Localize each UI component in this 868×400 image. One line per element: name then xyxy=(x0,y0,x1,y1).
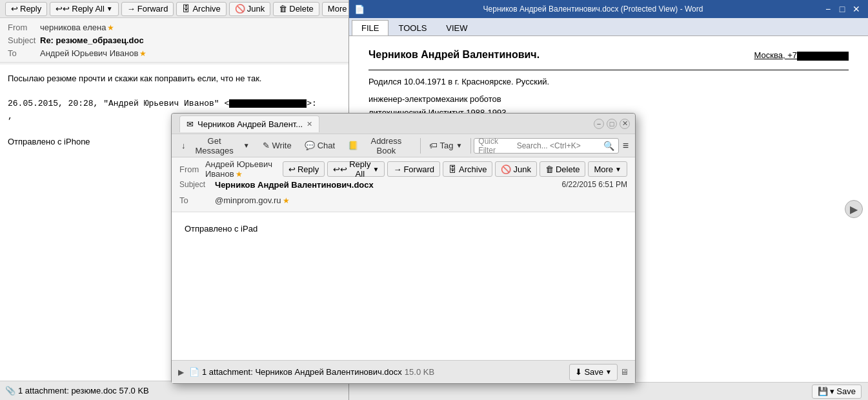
tb-more-dropdown-icon: ▼ xyxy=(615,166,621,173)
from-star: ★ xyxy=(107,23,114,32)
reply-all-icon: ↩↩ xyxy=(56,4,70,14)
word-title: Черников Андрей Валентинович.docx (Prote… xyxy=(367,5,819,14)
search-input[interactable] xyxy=(517,141,601,150)
tb-minimize-button[interactable]: − xyxy=(594,119,604,129)
word-city-phone: Москва, +7 xyxy=(754,50,849,61)
attachment-info: 1 attachment: резюме.doc 57.0 KB xyxy=(18,386,149,395)
tb-archive-icon: 🗄 xyxy=(449,165,457,174)
to-value: Андрей Юрьевич Иванов★ xyxy=(40,48,146,58)
tb-attach-expand-icon[interactable]: ▶ xyxy=(178,368,184,377)
tb-more-button[interactable]: More ▼ xyxy=(588,161,627,177)
archive-icon: 🗄 xyxy=(182,4,190,14)
word-minimize-button[interactable]: − xyxy=(822,3,834,15)
get-messages-button[interactable]: ↓ Get Messages ▼ xyxy=(176,137,256,155)
tb-reply-all-icon: ↩↩ xyxy=(333,165,347,174)
word-restore-button[interactable]: □ xyxy=(836,3,849,15)
tb-menu-button[interactable]: ≡ xyxy=(620,139,631,153)
tb-email-date: 6/22/2015 6:51 PM xyxy=(562,180,627,189)
tb-to-value: @minprom.gov.ru★ xyxy=(215,195,290,205)
tag-dropdown-icon: ▼ xyxy=(456,142,462,149)
word-born: Родился 10.04.1971 в г. Красноярске. Рус… xyxy=(368,77,849,86)
body-quote: 26.05.2015, 20:28, "Андрей Юрьевич Ивано… xyxy=(8,97,341,110)
to-label: To xyxy=(8,48,40,58)
tb-forward-icon: → xyxy=(393,165,401,174)
tb-reply-button[interactable]: ↩ Reply xyxy=(283,161,325,177)
tb-search-box[interactable]: Quick Filter 🔍 xyxy=(474,138,618,154)
search-icon: 🔍 xyxy=(603,141,614,151)
subject-label: Subject xyxy=(8,35,40,45)
tb-body-text: Отправлено с iPad xyxy=(185,223,622,235)
word-tab-view[interactable]: VIEW xyxy=(436,20,477,35)
to-star: ★ xyxy=(139,49,146,58)
tb-titlebar: ✉ Черников Андрей Валент... ✕ − □ ✕ xyxy=(172,114,635,134)
delete-icon: 🗑 xyxy=(279,4,287,14)
address-book-button[interactable]: 📒 Address Book xyxy=(342,137,417,155)
tb-action-buttons: ↩ Reply ↩↩ Reply All ▼ → Forward 🗄 Ar xyxy=(283,161,627,177)
tb-to-star: ★ xyxy=(283,196,290,205)
word-phone-redacted xyxy=(797,52,849,61)
tb-tab-label: Черников Андрей Валент... xyxy=(197,119,303,129)
delete-button[interactable]: 🗑 Delete xyxy=(273,2,319,16)
tb-tab-icon: ✉ xyxy=(187,119,194,129)
archive-button[interactable]: 🗄 Archive xyxy=(176,2,226,16)
word-tab-file[interactable]: FILE xyxy=(352,20,389,35)
tb-tab-close-button[interactable]: ✕ xyxy=(307,120,312,128)
tb-forward-button[interactable]: → Forward xyxy=(387,161,440,177)
main-email-window: ↩ Reply ↩↩ Reply All ▼ → Forward 🗄 Archi… xyxy=(0,0,868,400)
tb-delete-button[interactable]: 🗑 Delete xyxy=(540,161,586,177)
write-button[interactable]: ✎ Write xyxy=(257,137,298,155)
word-tab-tools[interactable]: TOOLS xyxy=(389,20,436,35)
tb-reply-icon: ↩ xyxy=(288,165,296,174)
tb-junk-icon: 🚫 xyxy=(501,165,511,174)
tb-junk-button[interactable]: 🚫 Junk xyxy=(495,161,536,177)
tb-attachment-bar: ▶ 📄 1 attachment: Черников Андрей Валент… xyxy=(172,360,635,383)
save-dropdown-icon: ▼ xyxy=(605,368,612,375)
tag-button[interactable]: 🏷 Tag ▼ xyxy=(423,137,469,155)
word-exp-1: инженер-электромеханик роботов xyxy=(368,93,849,106)
tb-to-label: To xyxy=(179,195,215,205)
tb-maximize-button[interactable]: □ xyxy=(607,119,617,129)
save-icon: 💾 xyxy=(818,386,828,396)
word-close-button[interactable]: ✕ xyxy=(850,3,863,15)
tb-from-label: From xyxy=(179,165,205,174)
tb-file-icon: 📄 xyxy=(189,367,199,377)
tb-subject-label: Subject xyxy=(179,180,215,189)
word-person-name: Черников Андрей Валентинович. xyxy=(368,49,540,61)
chat-button[interactable]: 💬 Chat xyxy=(299,137,341,155)
word-scroll-right-button[interactable]: ▶ xyxy=(845,200,863,218)
forward-button[interactable]: → Forward xyxy=(121,2,174,16)
tb-reply-all-button[interactable]: ↩↩ Reply All ▼ xyxy=(327,161,385,177)
subject-value: Re: резюме_образец.doc xyxy=(40,35,144,45)
forward-icon: → xyxy=(127,4,136,14)
word-save-button[interactable]: 💾 ▾ Save xyxy=(812,385,862,399)
word-file-icon: 📄 xyxy=(354,5,365,14)
from-value: черникова елена★ xyxy=(40,23,114,32)
tb-attachment-file: 📄 1 attachment: Черников Андрей Валентин… xyxy=(189,367,434,377)
tb-archive-button[interactable]: 🗄 Archive xyxy=(443,161,492,177)
chat-icon: 💬 xyxy=(305,141,315,150)
tb-from-star: ★ xyxy=(236,170,243,179)
reply-icon: ↩ xyxy=(11,4,18,14)
reply-all-dropdown-icon: ▼ xyxy=(106,5,113,12)
word-tabs: FILE TOOLS VIEW xyxy=(349,18,868,36)
tb-bottom-icon[interactable]: 🖥 xyxy=(620,367,629,377)
reply-all-button[interactable]: ↩↩ Reply All ▼ xyxy=(50,2,118,16)
tb-toolbar: ↓ Get Messages ▼ ✎ Write 💬 Chat 📒 Addres… xyxy=(172,134,635,157)
reply-button[interactable]: ↩ Reply xyxy=(5,2,47,16)
toolbar-separator-2 xyxy=(470,138,471,154)
write-icon: ✎ xyxy=(263,141,270,150)
tb-tab[interactable]: ✉ Черников Андрей Валент... ✕ xyxy=(179,115,319,132)
toolbar-separator-1 xyxy=(420,138,421,154)
attachment-icon: 📎 xyxy=(5,386,15,395)
junk-icon: 🚫 xyxy=(235,4,245,14)
get-messages-dropdown-icon: ▼ xyxy=(243,142,250,149)
thunderbird-window: ✉ Черников Андрей Валент... ✕ − □ ✕ ↓ Ge… xyxy=(171,113,636,384)
from-label: From xyxy=(8,23,40,32)
tb-close-button[interactable]: ✕ xyxy=(620,119,630,129)
get-messages-icon: ↓ xyxy=(181,141,186,150)
tb-attach-size: 15.0 KB xyxy=(405,367,434,377)
tb-save-button[interactable]: ⬇ Save ▼ xyxy=(569,364,618,381)
tb-delete-icon: 🗑 xyxy=(545,165,554,174)
tb-window-controls: − □ ✕ xyxy=(594,119,630,129)
junk-button[interactable]: 🚫 Junk xyxy=(229,2,270,16)
